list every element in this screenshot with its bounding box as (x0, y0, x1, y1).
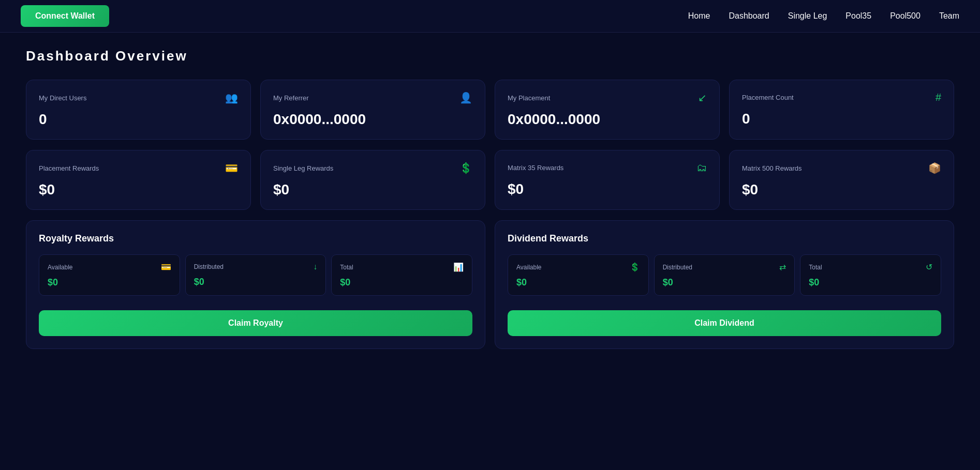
stat-card-my-referrer: My Referrer 👤 0x0000...0000 (260, 80, 485, 140)
stat-card-placement-count: Placement Count # 0 (729, 80, 954, 140)
sub-header-dividend-available: Available 💲 (516, 262, 640, 272)
sub-card-dividend-distributed: Distributed ⇄ $0 (654, 254, 795, 296)
royalty-sub-grid: Available 💳 $0 Distributed ↓ $0 Total 📊 … (39, 254, 472, 296)
stat-card-my-direct-users: My Direct Users 👥 0 (26, 80, 251, 140)
reward-card-small-matrix-500-rewards: Matrix 500 Rewards 📦 $0 (729, 150, 954, 210)
sub-label-royalty-distributed: Distributed (194, 263, 224, 270)
sub-icon-dividend-total: ↺ (926, 262, 932, 272)
sub-label-royalty-total: Total (340, 264, 353, 271)
nav-item-dashboard[interactable]: Dashboard (729, 11, 769, 21)
royalty-card: Royalty Rewards Available 💳 $0 Distribut… (26, 220, 485, 349)
sub-icon-royalty-distributed: ↓ (313, 262, 317, 271)
reward-cards-row: Placement Rewards 💳 $0 Single Leg Reward… (26, 150, 954, 210)
card-value-my-referrer: 0x0000...0000 (273, 111, 472, 128)
nav-links: HomeDashboardSingle LegPool35Pool500Team (688, 11, 959, 21)
sub-value-dividend-total: $0 (809, 277, 932, 288)
sub-value-royalty-distributed: $0 (194, 277, 318, 287)
nav-link-pool500[interactable]: Pool500 (890, 11, 920, 20)
nav-link-pool35[interactable]: Pool35 (845, 11, 871, 20)
card-label-my-placement: My Placement (508, 94, 550, 102)
card-label-my-referrer: My Referrer (273, 94, 309, 102)
nav-link-dashboard[interactable]: Dashboard (729, 11, 769, 20)
sub-value-royalty-total: $0 (340, 277, 464, 288)
nav-link-team[interactable]: Team (939, 11, 959, 20)
page-title: Dashboard Overview (26, 48, 954, 64)
card-label-single-leg-rewards: Single Leg Rewards (273, 164, 333, 172)
sub-icon-royalty-total: 📊 (453, 262, 464, 272)
card-label-placement-rewards: Placement Rewards (39, 164, 99, 172)
card-header-placement-count: Placement Count # (742, 92, 941, 103)
sub-card-dividend-available: Available 💲 $0 (508, 254, 649, 296)
card-icon-placement-rewards: 💳 (225, 162, 238, 174)
sub-value-dividend-distributed: $0 (663, 277, 786, 288)
nav-link-single-leg[interactable]: Single Leg (788, 11, 827, 20)
sub-label-royalty-available: Available (48, 264, 72, 271)
sub-header-royalty-total: Total 📊 (340, 262, 464, 272)
nav-item-home[interactable]: Home (688, 11, 710, 21)
card-icon-my-placement: ↙ (698, 92, 707, 104)
nav-item-pool500[interactable]: Pool500 (890, 11, 920, 21)
navbar: Connect Wallet HomeDashboardSingle LegPo… (0, 0, 980, 33)
card-header-my-referrer: My Referrer 👤 (273, 92, 472, 104)
card-header-matrix-500-rewards: Matrix 500 Rewards 📦 (742, 162, 941, 174)
card-icon-single-leg-rewards: 💲 (459, 162, 472, 174)
stat-cards-row: My Direct Users 👥 0 My Referrer 👤 0x0000… (26, 80, 954, 140)
sub-card-royalty-available: Available 💳 $0 (39, 254, 180, 296)
card-value-my-placement: 0x0000...0000 (508, 111, 707, 128)
sub-card-royalty-distributed: Distributed ↓ $0 (185, 254, 326, 296)
sub-card-royalty-total: Total 📊 $0 (331, 254, 472, 296)
sub-icon-dividend-available: 💲 (630, 262, 640, 272)
dividend-title: Dividend Rewards (508, 233, 941, 244)
card-icon-placement-count: # (936, 92, 941, 103)
sub-label-dividend-available: Available (516, 264, 541, 271)
sub-header-royalty-distributed: Distributed ↓ (194, 262, 318, 271)
sub-header-dividend-distributed: Distributed ⇄ (663, 262, 786, 272)
card-value-my-direct-users: 0 (39, 111, 238, 128)
card-label-matrix-500-rewards: Matrix 500 Rewards (742, 164, 802, 172)
card-header-single-leg-rewards: Single Leg Rewards 💲 (273, 162, 472, 174)
nav-item-pool35[interactable]: Pool35 (845, 11, 871, 21)
card-value-placement-count: 0 (742, 111, 941, 127)
reward-card-small-single-leg-rewards: Single Leg Rewards 💲 $0 (260, 150, 485, 210)
card-icon-my-referrer: 👤 (459, 92, 472, 104)
card-label-matrix-35-rewards: Matrix 35 Rewards (508, 164, 563, 172)
card-header-matrix-35-rewards: Matrix 35 Rewards 🗂 (508, 162, 707, 174)
nav-item-team[interactable]: Team (939, 11, 959, 21)
sub-header-dividend-total: Total ↺ (809, 262, 932, 272)
sub-icon-dividend-distributed: ⇄ (779, 262, 786, 272)
card-icon-matrix-500-rewards: 📦 (928, 162, 941, 174)
sub-label-dividend-total: Total (809, 264, 822, 271)
sub-label-dividend-distributed: Distributed (663, 264, 692, 271)
nav-item-single-leg[interactable]: Single Leg (788, 11, 827, 21)
dividend-card: Dividend Rewards Available 💲 $0 Distribu… (495, 220, 954, 349)
reward-card-small-matrix-35-rewards: Matrix 35 Rewards 🗂 $0 (495, 150, 720, 210)
card-icon-matrix-35-rewards: 🗂 (696, 162, 707, 174)
sub-header-royalty-available: Available 💳 (48, 262, 171, 272)
card-icon-my-direct-users: 👥 (225, 92, 238, 104)
card-label-placement-count: Placement Count (742, 94, 794, 101)
connect-wallet-button[interactable]: Connect Wallet (21, 5, 109, 27)
card-value-single-leg-rewards: $0 (273, 181, 472, 198)
claim-royalty-button[interactable]: Claim Royalty (39, 310, 472, 336)
sub-value-dividend-available: $0 (516, 277, 640, 288)
card-header-placement-rewards: Placement Rewards 💳 (39, 162, 238, 174)
claim-dividend-button[interactable]: Claim Dividend (508, 310, 941, 336)
big-rewards-row: Royalty Rewards Available 💳 $0 Distribut… (26, 220, 954, 349)
nav-link-home[interactable]: Home (688, 11, 710, 20)
stat-card-my-placement: My Placement ↙ 0x0000...0000 (495, 80, 720, 140)
royalty-title: Royalty Rewards (39, 233, 472, 244)
sub-icon-royalty-available: 💳 (161, 262, 171, 272)
reward-card-small-placement-rewards: Placement Rewards 💳 $0 (26, 150, 251, 210)
sub-card-dividend-total: Total ↺ $0 (800, 254, 941, 296)
dividend-sub-grid: Available 💲 $0 Distributed ⇄ $0 Total ↺ … (508, 254, 941, 296)
card-value-matrix-35-rewards: $0 (508, 181, 707, 198)
card-header-my-placement: My Placement ↙ (508, 92, 707, 104)
card-value-placement-rewards: $0 (39, 181, 238, 198)
card-header-my-direct-users: My Direct Users 👥 (39, 92, 238, 104)
sub-value-royalty-available: $0 (48, 277, 171, 288)
card-label-my-direct-users: My Direct Users (39, 94, 86, 102)
card-value-matrix-500-rewards: $0 (742, 181, 941, 198)
main-content: Dashboard Overview My Direct Users 👥 0 M… (0, 33, 980, 365)
